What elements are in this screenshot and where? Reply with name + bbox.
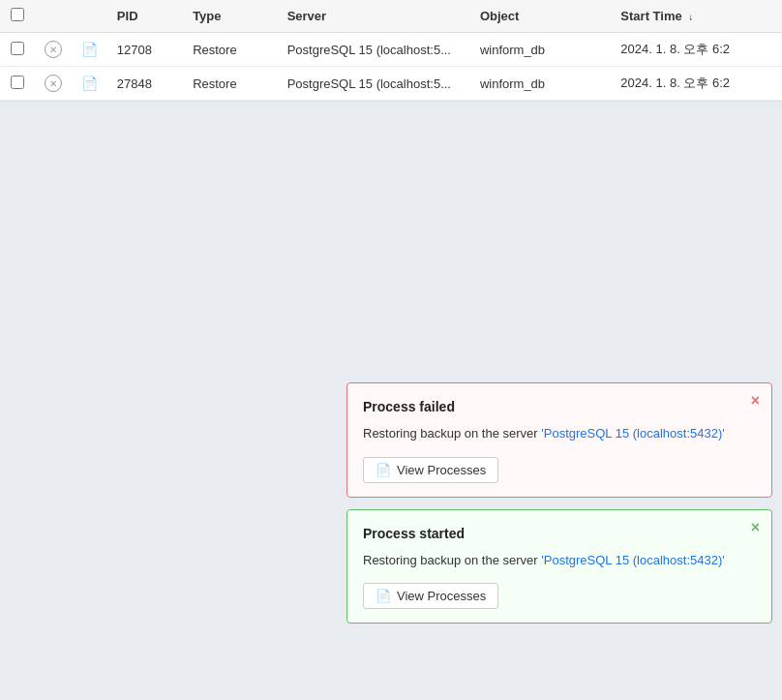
col-header-file xyxy=(72,0,107,33)
toast-failed-message-prefix: Restoring backup on the server xyxy=(363,426,541,441)
toast-started-close-button[interactable]: × xyxy=(751,520,760,535)
row-pid: 12708 xyxy=(107,33,183,67)
toast-started-message: Restoring backup on the server 'PostgreS… xyxy=(363,551,756,570)
row-file-cell: 📄 xyxy=(72,67,107,101)
row-cancel-cell: ✕ xyxy=(35,67,72,101)
row-type: Restore xyxy=(183,67,278,101)
col-header-starttime[interactable]: Start Time ↓ xyxy=(611,0,782,33)
col-header-object: Object xyxy=(470,0,611,33)
toast-failed-message: Restoring backup on the server 'PostgreS… xyxy=(363,424,756,443)
row-checkbox-cell xyxy=(0,33,35,67)
view-processes-button-started[interactable]: 📄 View Processes xyxy=(363,583,498,609)
row-object: winform_db xyxy=(470,33,611,67)
row-checkbox-cell xyxy=(0,67,35,101)
view-processes-button-failed[interactable]: 📄 View Processes xyxy=(363,457,498,483)
row-object: winform_db xyxy=(470,67,611,101)
row-starttime: 2024. 1. 8. 오후 6:2 xyxy=(611,67,782,101)
view-processes-label-failed: View Processes xyxy=(397,463,486,477)
view-processes-file-icon: 📄 xyxy=(376,463,391,477)
row-2-checkbox[interactable] xyxy=(11,76,24,89)
col-header-pid: PID xyxy=(107,0,183,33)
col-header-server: Server xyxy=(278,0,470,33)
process-table: PID Type Server Object Start Time ↓ ✕ xyxy=(0,0,782,101)
view-processes-file-icon-2: 📄 xyxy=(376,589,391,603)
row-cancel-cell: ✕ xyxy=(35,33,72,67)
select-all-checkbox[interactable] xyxy=(11,8,24,21)
cancel-icon[interactable]: ✕ xyxy=(45,41,62,58)
row-server: PostgreSQL 15 (localhost:5... xyxy=(278,67,470,101)
toast-container: Process failed × Restoring backup on the… xyxy=(346,382,772,624)
col-header-type: Type xyxy=(183,0,278,33)
toast-started-message-highlight: 'PostgreSQL 15 (localhost:5432)' xyxy=(541,553,724,567)
col-header-cancel xyxy=(35,0,72,33)
row-1-checkbox[interactable] xyxy=(11,42,24,55)
toast-failed-title: Process failed xyxy=(363,399,756,414)
row-server: PostgreSQL 15 (localhost:5... xyxy=(278,33,470,67)
toast-started: Process started × Restoring backup on th… xyxy=(346,509,772,624)
file-icon: 📄 xyxy=(81,42,98,57)
table-row: ✕ 📄 27848 Restore PostgreSQL 15 (localho… xyxy=(0,67,782,101)
toast-failed-close-button[interactable]: × xyxy=(751,393,760,409)
row-type: Restore xyxy=(183,33,278,67)
toast-started-message-prefix: Restoring backup on the server xyxy=(363,553,541,567)
row-file-cell: 📄 xyxy=(72,33,107,67)
sort-desc-icon: ↓ xyxy=(688,12,693,22)
toast-started-title: Process started xyxy=(363,526,756,541)
toast-failed: Process failed × Restoring backup on the… xyxy=(346,382,772,498)
main-area: Process failed × Restoring backup on the… xyxy=(0,102,782,663)
col-header-checkbox xyxy=(0,0,35,33)
file-icon: 📄 xyxy=(81,76,98,91)
view-processes-label-started: View Processes xyxy=(397,589,486,603)
cancel-icon[interactable]: ✕ xyxy=(45,75,62,92)
process-table-container: PID Type Server Object Start Time ↓ ✕ xyxy=(0,0,782,102)
row-starttime: 2024. 1. 8. 오후 6:2 xyxy=(611,33,782,67)
toast-failed-message-highlight: 'PostgreSQL 15 (localhost:5432)' xyxy=(541,426,724,441)
row-pid: 27848 xyxy=(107,67,183,101)
table-row: ✕ 📄 12708 Restore PostgreSQL 15 (localho… xyxy=(0,33,782,67)
